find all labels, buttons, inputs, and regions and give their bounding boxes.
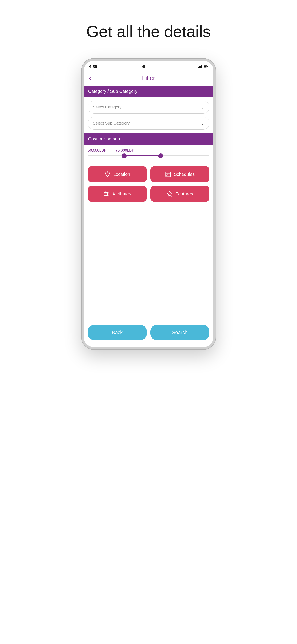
phone-frame: 4:35 ‹: [82, 58, 216, 349]
schedules-button-label: Schedules: [174, 172, 195, 177]
slider-thumb-right[interactable]: [158, 154, 163, 158]
chevron-down-icon-2: ⌄: [201, 120, 204, 126]
filter-title: Filter: [142, 75, 155, 82]
bottom-buttons: Back Search: [84, 320, 213, 347]
svg-rect-7: [204, 66, 207, 68]
wifi-icon: [191, 64, 197, 70]
svg-rect-3: [200, 66, 201, 68]
svg-rect-4: [201, 65, 202, 68]
cost-values: 50.000LBP 75.000LBP: [88, 148, 209, 153]
svg-marker-17: [167, 191, 172, 196]
category-section-header: Category / Sub Category: [84, 86, 213, 97]
svg-rect-2: [199, 66, 200, 68]
signal-icon: [198, 65, 202, 68]
svg-rect-1: [198, 67, 199, 68]
select-category-label: Select Category: [93, 105, 122, 110]
back-button[interactable]: Back: [88, 325, 147, 340]
app-header: ‹ Filter: [84, 72, 213, 86]
calendar-icon: [165, 171, 171, 177]
select-category-dropdown[interactable]: Select Category ⌄: [88, 100, 209, 114]
location-button[interactable]: Location: [88, 166, 147, 182]
location-pin-icon: [104, 171, 111, 177]
chevron-down-icon: ⌄: [201, 104, 204, 110]
back-arrow-button[interactable]: ‹: [89, 75, 91, 82]
category-dropdowns: Select Category ⌄ Select Sub Category ⌄: [84, 97, 213, 133]
features-button-label: Features: [175, 192, 193, 196]
status-bar: 4:35: [84, 61, 213, 72]
camera-dot: [142, 65, 145, 68]
star-icon: [167, 191, 173, 197]
page-title: Get all the details: [86, 22, 211, 41]
bottom-spacer: [84, 206, 213, 320]
slider-track[interactable]: [88, 156, 209, 156]
cost-max-value: 75.000LBP: [116, 148, 134, 153]
cost-section-header: Cost per person: [84, 133, 213, 145]
svg-rect-9: [166, 172, 170, 177]
select-sub-category-label: Select Sub Category: [93, 121, 130, 126]
slider-fill: [124, 156, 161, 156]
features-button[interactable]: Features: [150, 186, 209, 202]
attributes-button-label: Attributes: [112, 192, 131, 196]
search-button[interactable]: Search: [150, 325, 209, 340]
schedules-button[interactable]: Schedules: [150, 166, 209, 182]
svg-point-14: [105, 192, 106, 193]
sliders-icon: [103, 191, 109, 197]
action-buttons-grid: Location Schedules Attributes: [84, 162, 213, 206]
status-icons: [191, 64, 208, 70]
location-button-label: Location: [113, 172, 130, 177]
battery-icon: [204, 65, 208, 68]
cost-slider-area: 50.000LBP 75.000LBP: [84, 145, 213, 162]
svg-rect-10: [167, 175, 168, 176]
svg-point-15: [107, 194, 108, 194]
svg-rect-6: [207, 66, 208, 67]
svg-point-8: [107, 173, 108, 174]
slider-thumb-left[interactable]: [122, 154, 127, 158]
attributes-button[interactable]: Attributes: [88, 186, 147, 202]
select-sub-category-dropdown[interactable]: Select Sub Category ⌄: [88, 117, 209, 130]
cost-min-value: 50.000LBP: [88, 148, 107, 153]
svg-point-0: [193, 68, 194, 69]
status-time: 4:35: [89, 64, 97, 69]
svg-point-16: [105, 195, 107, 196]
